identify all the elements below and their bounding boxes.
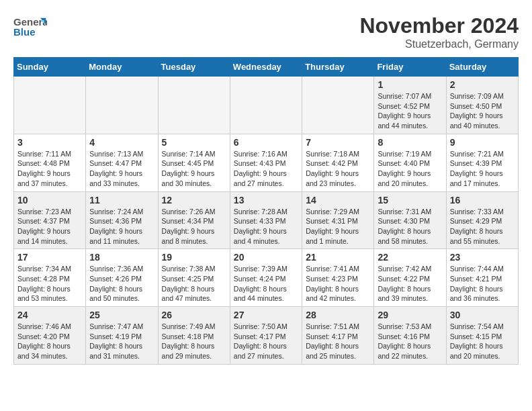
weekday-header-saturday: Saturday: [446, 58, 518, 77]
day-info: Sunrise: 7:38 AM Sunset: 4:25 PM Dayligh…: [162, 264, 226, 304]
svg-text:Blue: Blue: [13, 26, 36, 38]
page-header: General Blue November 2024 Stuetzerbach,…: [13, 13, 519, 50]
day-info: Sunrise: 7:21 AM Sunset: 4:39 PM Dayligh…: [450, 149, 515, 189]
day-info: Sunrise: 7:07 AM Sunset: 4:52 PM Dayligh…: [378, 91, 442, 131]
calendar-day-cell: 13Sunrise: 7:28 AM Sunset: 4:33 PM Dayli…: [230, 191, 302, 249]
calendar-day-cell: 30Sunrise: 7:54 AM Sunset: 4:15 PM Dayli…: [446, 307, 518, 365]
day-number: 9: [450, 137, 515, 148]
calendar-day-cell: [86, 77, 158, 134]
calendar-day-cell: [14, 77, 86, 134]
day-info: Sunrise: 7:24 AM Sunset: 4:36 PM Dayligh…: [89, 207, 154, 246]
title-block: November 2024 Stuetzerbach, Germany: [359, 13, 519, 50]
calendar-day-cell: 15Sunrise: 7:31 AM Sunset: 4:30 PM Dayli…: [374, 191, 446, 249]
logo: General Blue: [13, 13, 47, 40]
calendar-day-cell: 10Sunrise: 7:23 AM Sunset: 4:37 PM Dayli…: [14, 191, 86, 249]
day-info: Sunrise: 7:18 AM Sunset: 4:42 PM Dayligh…: [306, 149, 370, 189]
day-number: 18: [89, 252, 154, 263]
day-info: Sunrise: 7:47 AM Sunset: 4:19 PM Dayligh…: [89, 322, 154, 361]
calendar-day-cell: 7Sunrise: 7:18 AM Sunset: 4:42 PM Daylig…: [302, 134, 374, 191]
calendar-day-cell: 27Sunrise: 7:50 AM Sunset: 4:17 PM Dayli…: [230, 307, 302, 365]
day-info: Sunrise: 7:34 AM Sunset: 4:28 PM Dayligh…: [17, 264, 82, 304]
day-number: 15: [378, 195, 442, 205]
calendar-day-cell: 2Sunrise: 7:09 AM Sunset: 4:50 PM Daylig…: [446, 77, 518, 134]
calendar-day-cell: 3Sunrise: 7:11 AM Sunset: 4:48 PM Daylig…: [14, 134, 86, 191]
location: Stuetzerbach, Germany: [359, 38, 519, 50]
day-number: 19: [162, 252, 226, 263]
weekday-header-friday: Friday: [374, 58, 446, 77]
weekday-header-row: SundayMondayTuesdayWednesdayThursdayFrid…: [14, 58, 519, 77]
day-info: Sunrise: 7:50 AM Sunset: 4:17 PM Dayligh…: [234, 322, 298, 361]
day-info: Sunrise: 7:46 AM Sunset: 4:20 PM Dayligh…: [17, 322, 82, 361]
calendar-day-cell: 25Sunrise: 7:47 AM Sunset: 4:19 PM Dayli…: [86, 307, 158, 365]
calendar-day-cell: [230, 77, 302, 134]
calendar-day-cell: 12Sunrise: 7:26 AM Sunset: 4:34 PM Dayli…: [158, 191, 230, 249]
calendar-day-cell: 18Sunrise: 7:36 AM Sunset: 4:26 PM Dayli…: [86, 249, 158, 307]
calendar-day-cell: 16Sunrise: 7:33 AM Sunset: 4:29 PM Dayli…: [446, 191, 518, 249]
calendar-day-cell: 14Sunrise: 7:29 AM Sunset: 4:31 PM Dayli…: [302, 191, 374, 249]
day-number: 21: [306, 252, 370, 263]
calendar-day-cell: 11Sunrise: 7:24 AM Sunset: 4:36 PM Dayli…: [86, 191, 158, 249]
calendar-day-cell: 9Sunrise: 7:21 AM Sunset: 4:39 PM Daylig…: [446, 134, 518, 191]
day-number: 6: [234, 137, 298, 148]
day-number: 2: [450, 79, 515, 90]
calendar-day-cell: 17Sunrise: 7:34 AM Sunset: 4:28 PM Dayli…: [14, 249, 86, 307]
day-number: 7: [306, 137, 370, 148]
day-number: 23: [450, 252, 515, 263]
day-number: 30: [450, 310, 515, 320]
day-number: 16: [450, 195, 515, 205]
day-info: Sunrise: 7:26 AM Sunset: 4:34 PM Dayligh…: [162, 207, 226, 246]
day-number: 25: [89, 310, 154, 320]
day-number: 10: [17, 195, 82, 205]
day-info: Sunrise: 7:44 AM Sunset: 4:21 PM Dayligh…: [450, 264, 515, 304]
day-info: Sunrise: 7:13 AM Sunset: 4:47 PM Dayligh…: [89, 149, 154, 189]
day-number: 24: [17, 310, 82, 320]
day-info: Sunrise: 7:31 AM Sunset: 4:30 PM Dayligh…: [378, 207, 442, 246]
day-number: 17: [17, 252, 82, 263]
day-info: Sunrise: 7:16 AM Sunset: 4:43 PM Dayligh…: [234, 149, 298, 189]
calendar-day-cell: 23Sunrise: 7:44 AM Sunset: 4:21 PM Dayli…: [446, 249, 518, 307]
day-number: 22: [378, 252, 442, 263]
day-info: Sunrise: 7:39 AM Sunset: 4:24 PM Dayligh…: [234, 264, 298, 304]
calendar-day-cell: 28Sunrise: 7:51 AM Sunset: 4:17 PM Dayli…: [302, 307, 374, 365]
day-info: Sunrise: 7:09 AM Sunset: 4:50 PM Dayligh…: [450, 91, 515, 131]
calendar-table: SundayMondayTuesdayWednesdayThursdayFrid…: [13, 57, 519, 365]
month-title: November 2024: [359, 13, 519, 38]
day-number: 29: [378, 310, 442, 320]
day-number: 12: [162, 195, 226, 205]
calendar-day-cell: 5Sunrise: 7:14 AM Sunset: 4:45 PM Daylig…: [158, 134, 230, 191]
calendar-day-cell: 21Sunrise: 7:41 AM Sunset: 4:23 PM Dayli…: [302, 249, 374, 307]
weekday-header-monday: Monday: [86, 58, 158, 77]
calendar-day-cell: 24Sunrise: 7:46 AM Sunset: 4:20 PM Dayli…: [14, 307, 86, 365]
day-info: Sunrise: 7:33 AM Sunset: 4:29 PM Dayligh…: [450, 207, 515, 246]
day-number: 4: [89, 137, 154, 148]
calendar-week-row: 24Sunrise: 7:46 AM Sunset: 4:20 PM Dayli…: [14, 307, 519, 365]
weekday-header-thursday: Thursday: [302, 58, 374, 77]
day-info: Sunrise: 7:53 AM Sunset: 4:16 PM Dayligh…: [378, 322, 442, 361]
calendar-day-cell: 4Sunrise: 7:13 AM Sunset: 4:47 PM Daylig…: [86, 134, 158, 191]
day-info: Sunrise: 7:49 AM Sunset: 4:18 PM Dayligh…: [162, 322, 226, 361]
calendar-day-cell: 20Sunrise: 7:39 AM Sunset: 4:24 PM Dayli…: [230, 249, 302, 307]
calendar-week-row: 1Sunrise: 7:07 AM Sunset: 4:52 PM Daylig…: [14, 77, 519, 134]
weekday-header-sunday: Sunday: [14, 58, 86, 77]
day-number: 20: [234, 252, 298, 263]
calendar-day-cell: 22Sunrise: 7:42 AM Sunset: 4:22 PM Dayli…: [374, 249, 446, 307]
calendar-day-cell: 8Sunrise: 7:19 AM Sunset: 4:40 PM Daylig…: [374, 134, 446, 191]
calendar-day-cell: 19Sunrise: 7:38 AM Sunset: 4:25 PM Dayli…: [158, 249, 230, 307]
day-info: Sunrise: 7:42 AM Sunset: 4:22 PM Dayligh…: [378, 264, 442, 304]
logo-icon: General Blue: [13, 13, 47, 40]
calendar-day-cell: 29Sunrise: 7:53 AM Sunset: 4:16 PM Dayli…: [374, 307, 446, 365]
day-info: Sunrise: 7:11 AM Sunset: 4:48 PM Dayligh…: [17, 149, 82, 189]
day-number: 1: [378, 79, 442, 90]
calendar-day-cell: [158, 77, 230, 134]
weekday-header-tuesday: Tuesday: [158, 58, 230, 77]
calendar-week-row: 17Sunrise: 7:34 AM Sunset: 4:28 PM Dayli…: [14, 249, 519, 307]
calendar-day-cell: 26Sunrise: 7:49 AM Sunset: 4:18 PM Dayli…: [158, 307, 230, 365]
calendar-day-cell: [302, 77, 374, 134]
day-info: Sunrise: 7:14 AM Sunset: 4:45 PM Dayligh…: [162, 149, 226, 189]
day-info: Sunrise: 7:29 AM Sunset: 4:31 PM Dayligh…: [306, 207, 370, 246]
calendar-week-row: 10Sunrise: 7:23 AM Sunset: 4:37 PM Dayli…: [14, 191, 519, 249]
calendar-week-row: 3Sunrise: 7:11 AM Sunset: 4:48 PM Daylig…: [14, 134, 519, 191]
day-number: 8: [378, 137, 442, 148]
day-number: 3: [17, 137, 82, 148]
calendar-day-cell: 1Sunrise: 7:07 AM Sunset: 4:52 PM Daylig…: [374, 77, 446, 134]
